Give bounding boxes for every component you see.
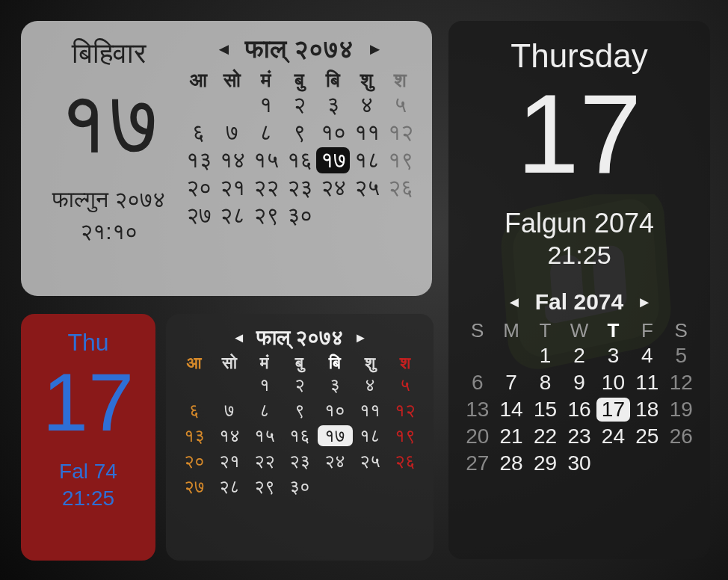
dow-cell: T (596, 319, 630, 342)
date-cell[interactable]: 5 (664, 344, 698, 368)
prev-month-button[interactable]: ◄ (507, 294, 522, 311)
date-cell[interactable]: 22 (528, 425, 562, 448)
date-cell[interactable]: 7 (494, 371, 528, 395)
date-cell[interactable]: 8 (528, 371, 562, 395)
date-cell[interactable]: २० (176, 451, 212, 472)
next-month-button[interactable]: ► (367, 40, 383, 59)
date-cell[interactable]: २३ (282, 451, 317, 472)
date-cell[interactable]: 4 (630, 344, 664, 368)
date-cell[interactable]: 23 (562, 425, 596, 448)
date-cell[interactable]: ३० (282, 476, 317, 497)
date-cell[interactable]: २७ (182, 203, 215, 229)
date-cell[interactable]: 15 (528, 398, 562, 422)
date-cell[interactable]: 11 (630, 371, 664, 395)
prev-month-button[interactable]: ◄ (232, 330, 246, 346)
date-cell[interactable]: २६ (383, 175, 417, 201)
date-cell[interactable]: १६ (282, 425, 317, 446)
date-cell[interactable]: ७ (212, 400, 247, 421)
date-cell[interactable]: १९ (383, 147, 417, 173)
date-cell[interactable]: 14 (494, 398, 528, 422)
date-cell[interactable]: २४ (316, 175, 350, 201)
date-cell[interactable]: 10 (596, 371, 630, 395)
date-cell[interactable]: 9 (562, 371, 596, 395)
date-cell[interactable]: ८ (247, 400, 282, 421)
date-cell[interactable]: २५ (353, 451, 388, 472)
date-cell[interactable]: १७ (316, 147, 350, 173)
day-name: Thursday (460, 37, 698, 75)
date-cell[interactable]: ११ (353, 400, 388, 421)
date-cell[interactable]: २९ (247, 476, 282, 497)
date-cell[interactable]: १० (318, 400, 353, 421)
date-cell[interactable]: २७ (176, 476, 212, 497)
date-cell[interactable]: १९ (388, 425, 423, 446)
date-cell[interactable]: 6 (460, 371, 494, 395)
date-cell[interactable]: १३ (176, 425, 212, 446)
date-cell[interactable]: २६ (388, 451, 423, 472)
date-cell[interactable]: 17 (596, 398, 630, 422)
date-cell[interactable]: ५ (383, 92, 417, 118)
date-cell[interactable]: २२ (249, 175, 283, 201)
date-cell (212, 374, 247, 395)
prev-month-button[interactable]: ◄ (215, 40, 232, 59)
date-cell[interactable]: १७ (318, 425, 353, 446)
date-cell[interactable]: २३ (283, 175, 316, 201)
date-cell[interactable]: ११ (350, 120, 383, 146)
date-cell[interactable]: १५ (249, 147, 283, 173)
date-cell[interactable]: 25 (630, 425, 664, 448)
date-cell[interactable]: १८ (350, 147, 383, 173)
date-cell[interactable]: २१ (212, 451, 247, 472)
date-cell[interactable]: ७ (215, 120, 249, 146)
date-cell[interactable]: २० (182, 175, 215, 201)
date-cell[interactable]: १२ (383, 120, 417, 146)
date-cell[interactable]: 30 (562, 451, 596, 475)
date-cell[interactable]: 29 (528, 451, 562, 475)
next-month-button[interactable]: ► (637, 294, 652, 311)
date-cell[interactable]: ६ (182, 120, 215, 146)
date-cell[interactable]: 1 (528, 344, 562, 368)
date-cell[interactable]: 28 (494, 451, 528, 475)
date-cell[interactable]: 26 (664, 425, 698, 448)
date-cell[interactable]: २४ (318, 451, 353, 472)
date-cell[interactable]: ४ (353, 374, 388, 395)
date-cell[interactable]: ४ (350, 92, 383, 118)
date-cell[interactable]: 20 (460, 425, 494, 448)
date-cell[interactable]: 27 (460, 451, 494, 475)
date-cell[interactable]: 3 (596, 344, 630, 368)
date-cell[interactable]: 2 (562, 344, 596, 368)
date-cell[interactable]: २९ (249, 203, 283, 229)
date-cell[interactable]: ३ (318, 374, 353, 395)
date-cell[interactable]: ९ (283, 120, 316, 146)
date-cell[interactable]: २२ (247, 451, 282, 472)
date-cell[interactable]: 24 (596, 425, 630, 448)
date-cell[interactable]: ३ (316, 92, 350, 118)
date-cell[interactable]: 16 (562, 398, 596, 422)
date-cell[interactable]: ८ (249, 120, 283, 146)
date-cell[interactable]: १ (247, 374, 282, 395)
date-cell[interactable]: १२ (388, 400, 423, 421)
date-cell[interactable]: २ (282, 374, 317, 395)
date-cell[interactable]: २८ (215, 203, 249, 229)
date-cell[interactable]: १८ (353, 425, 388, 446)
date-cell[interactable]: २ (283, 92, 316, 118)
date-cell[interactable]: ९ (282, 400, 317, 421)
date-cell[interactable]: १० (316, 120, 350, 146)
date-cell[interactable]: १४ (212, 425, 247, 446)
date-cell[interactable]: १५ (247, 425, 282, 446)
date-cell[interactable]: १३ (182, 147, 215, 173)
date-cell[interactable]: ६ (176, 400, 212, 421)
date-cell[interactable]: १ (249, 92, 283, 118)
date-cell[interactable]: ५ (388, 374, 423, 395)
next-month-button[interactable]: ► (354, 330, 367, 346)
date-cell[interactable]: 13 (460, 398, 494, 422)
big-date: 17 (460, 78, 698, 190)
date-cell[interactable]: १६ (283, 147, 316, 173)
date-cell[interactable]: 21 (494, 425, 528, 448)
date-cell[interactable]: २८ (212, 476, 247, 497)
date-cell[interactable]: 18 (630, 398, 664, 422)
date-cell[interactable]: 12 (664, 371, 698, 395)
date-cell[interactable]: ३० (283, 203, 316, 229)
date-cell[interactable]: १४ (215, 147, 249, 173)
date-cell[interactable]: २१ (215, 175, 249, 201)
date-cell[interactable]: २५ (350, 175, 383, 201)
date-cell[interactable]: 19 (664, 398, 698, 422)
